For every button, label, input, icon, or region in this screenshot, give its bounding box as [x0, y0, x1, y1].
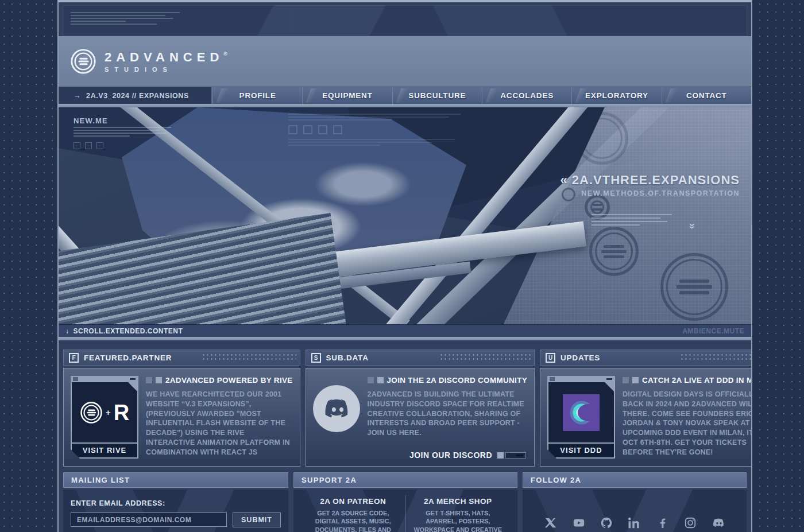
updates-text-column: CATCH 2A LIVE AT DDD IN MILAN DIGITAL DE… [623, 376, 752, 459]
footer-sections: MAILING LIST ENTER EMAIL ADDRESS: SUBMIT… [59, 472, 751, 532]
brand-subtitle: STUDIOS [105, 66, 227, 73]
banner-ticker-lines [71, 10, 180, 26]
ambience-mute-button[interactable]: AMBIENCE.MUTE [682, 327, 744, 335]
discord-icon[interactable] [313, 385, 360, 432]
card-corner-notch [128, 382, 137, 391]
nav-item-label: EQUIPMENT [322, 91, 372, 100]
scroll-extended-content-button[interactable]: ↓ SCROLL.EXTENDED.CONTENT [65, 327, 183, 335]
panel-subdata-header: S SUB.DATA [306, 350, 535, 366]
registered-mark: ® [223, 51, 227, 57]
2a-emblem-ghost [575, 112, 628, 165]
title-square-icon [156, 377, 162, 383]
email-field[interactable] [71, 512, 227, 527]
divider-strip [59, 337, 751, 340]
subdata-title: JOIN THE 2A DISCORD COMMUNITY [387, 376, 527, 385]
plus-sign: + [106, 407, 111, 417]
nav-item-label: CONTACT [686, 91, 727, 100]
hero-subheadline: NEW.METHODS.OF.TRANSPORTATION [560, 189, 740, 197]
featured-text-column: 2ADVANCED POWERED BY RIVE WE HAVE REARCH… [146, 376, 293, 459]
nav-item-exploratory[interactable]: EXPLORATORY [571, 87, 661, 104]
linkedin-icon[interactable] [628, 516, 641, 530]
support-section: SUPPORT 2A 2A ON PATREON GET 2A SOURCE C… [293, 472, 517, 532]
merch-column: 2A MERCH SHOP GET T-SHIRTS, HATS, APARRE… [405, 495, 511, 532]
panel-tag-icon: U [546, 353, 555, 363]
ddd-artwork [563, 394, 600, 431]
arrow-down-icon: ↓ [65, 327, 69, 335]
card-corner-notch [605, 382, 614, 391]
discord-meter [497, 452, 526, 459]
facebook-icon[interactable] [656, 516, 670, 530]
card-window-chrome [547, 376, 615, 382]
visit-rive-button[interactable]: VISIT RIVE [71, 444, 138, 459]
main-site-frame: 2ADVANCED® STUDIOS → 2A.V3_2024 // EXPAN… [57, 0, 752, 532]
panel-updates: U UPDATES VISIT DDD CATC [540, 350, 752, 467]
social-icons-row [530, 495, 739, 530]
subdata-body-text: 2ADVANCED IS BUILDING THE ULTIMATE INDUS… [368, 390, 527, 438]
rive-card-stage: + R [71, 382, 138, 444]
patreon-description: GET 2A SOURCE CODE, DIGITAL ASSETS, MUSI… [306, 509, 401, 532]
youtube-icon[interactable] [572, 516, 586, 530]
hero-hud-overlay: NEW.ME [74, 117, 171, 149]
hud-glyphs [74, 142, 171, 149]
merch-title: 2A MERCH SHOP [411, 497, 506, 506]
visit-ddd-button[interactable]: VISIT DDD [547, 444, 615, 459]
content-panels: F FEATURED.PARTNER [59, 350, 751, 467]
featured-body-text: WE HAVE REARCHITECTED OUR 2001 WEBSITE “… [146, 390, 293, 457]
nav-item-label: EXPLORATORY [585, 91, 648, 100]
hero-data-rows [592, 212, 678, 228]
merch-description: GET T-SHIRTS, HATS, APARREL, POSTERS, WO… [411, 509, 506, 532]
hero-hud-column [288, 112, 472, 147]
2advanced-logo-icon [80, 401, 103, 424]
panel-featured-body: + R VISIT RIVE 2ADVANCED POWERED BY RIVE… [63, 368, 300, 467]
masthead: 2ADVANCED® STUDIOS [59, 36, 751, 87]
follow-section: FOLLOW 2A [523, 472, 747, 532]
title-square-icon [623, 377, 629, 383]
nav-item-contact[interactable]: CONTACT [662, 87, 751, 104]
panel-featured-header: F FEATURED.PARTNER [63, 350, 300, 366]
updates-body-text: DIGITAL DESIGN DAYS IS OFFICIALLY BACK I… [623, 390, 752, 457]
submit-button[interactable]: SUBMIT [233, 512, 281, 527]
nav-item-subculture[interactable]: SUBCULTURE [392, 87, 482, 104]
instagram-icon[interactable] [683, 516, 697, 530]
nav-current-section[interactable]: → 2A.V3_2024 // EXPANSIONS [59, 87, 212, 104]
header-dot-pattern [202, 353, 296, 362]
follow-body [523, 490, 747, 532]
2a-emblem-large [660, 253, 728, 321]
panel-featured-partner: F FEATURED.PARTNER [63, 350, 300, 467]
scroll-label: SCROLL.EXTENDED.CONTENT [74, 327, 183, 335]
github-icon[interactable] [600, 516, 613, 530]
visit-rive-card[interactable]: + R VISIT RIVE [71, 376, 138, 459]
panel-updates-header: U UPDATES [540, 350, 752, 366]
2advanced-logo-icon[interactable] [70, 48, 96, 75]
chevron-down-icon: » [687, 223, 699, 230]
visit-ddd-card[interactable]: VISIT DDD [547, 376, 615, 459]
panel-header-title: FEATURED.PARTNER [84, 354, 172, 362]
wordmark[interactable]: 2ADVANCED® STUDIOS [105, 50, 227, 73]
ddd-card-stage [547, 382, 615, 444]
panel-updates-body: VISIT DDD CATCH 2A LIVE AT DDD IN MILAN … [540, 368, 752, 467]
subdata-text-column: JOIN THE 2A DISCORD COMMUNITY 2ADVANCED … [368, 376, 527, 459]
hero-headline: « 2A.VTHREE.EXPANSIONS [560, 173, 740, 188]
2a-emblem-medium [589, 227, 639, 276]
patreon-column: 2A ON PATREON GET 2A SOURCE CODE, DIGITA… [301, 495, 405, 532]
nav-item-label: ACCOLADES [500, 91, 554, 100]
panel-header-title: UPDATES [561, 354, 600, 362]
nav-item-profile[interactable]: PROFILE [212, 87, 302, 104]
hero-image: NEW.ME « 2A.VTHREE.EXPANSIONS NEW.METHOD… [59, 107, 751, 324]
hud-lines [74, 127, 171, 137]
x-icon[interactable] [544, 516, 558, 530]
panel-tag-icon: F [69, 353, 79, 363]
nav-item-label: PROFILE [239, 91, 276, 100]
title-square-icon [632, 377, 639, 383]
support-body: 2A ON PATREON GET 2A SOURCE CODE, DIGITA… [293, 490, 517, 532]
nav-current-label: 2A.V3_2024 // EXPANSIONS [86, 92, 189, 100]
support-header: SUPPORT 2A [293, 472, 517, 488]
title-square-icon [146, 377, 152, 383]
join-discord-cta[interactable]: JOIN OUR DISCORD [409, 451, 526, 460]
header-dot-pattern [439, 353, 531, 362]
nav-item-accolades[interactable]: ACCOLADES [482, 87, 571, 104]
discord-icon[interactable] [712, 516, 725, 530]
brand-name: 2ADVANCED [105, 50, 223, 64]
nav-item-equipment[interactable]: EQUIPMENT [302, 87, 392, 104]
top-banner [63, 5, 747, 36]
